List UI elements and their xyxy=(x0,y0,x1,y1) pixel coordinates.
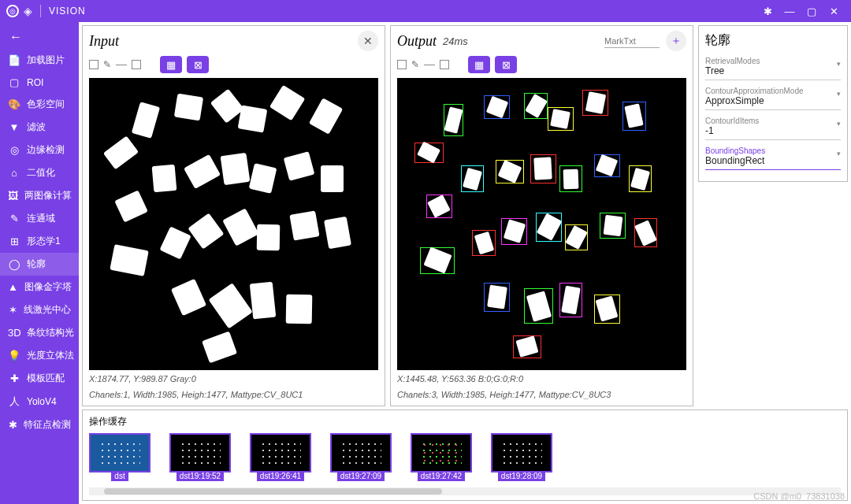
property-value: BoundingRect xyxy=(705,155,841,166)
sidebar-icon: ◎ xyxy=(8,144,20,156)
property-label: ContourIdItems xyxy=(705,117,841,125)
sidebar-item[interactable]: 人YoloV4 xyxy=(0,390,79,413)
sidebar-item[interactable]: 💡光度立体法 xyxy=(0,344,79,367)
sidebar-icon: ▲ xyxy=(8,281,18,293)
sidebar-item[interactable]: 3D条纹结构光 xyxy=(0,321,79,344)
output-viewport[interactable] xyxy=(397,78,686,370)
tool-plus-button[interactable]: ▦ xyxy=(160,56,182,73)
sidebar-label: YoloV4 xyxy=(27,396,57,407)
output-panel: Output 24ms ＋ ✎ ▦ ⊠ X:1445.48, Y:563.36 xyxy=(390,25,693,406)
input-title: Input xyxy=(89,33,119,50)
sidebar-item[interactable]: ✶线激光中心 xyxy=(0,298,79,321)
sidebar-label: 边缘检测 xyxy=(27,143,65,157)
sidebar-item[interactable]: ✱特征点检测 xyxy=(0,413,79,436)
property-dropdown[interactable]: BoundingShapesBoundingRect▾ xyxy=(705,145,841,170)
watermark: CSDN @m0_73831038 xyxy=(753,491,845,501)
sidebar-label: 加载图片 xyxy=(27,54,65,67)
sidebar-icon: ▢ xyxy=(8,76,20,88)
minimize-button[interactable]: — xyxy=(779,0,801,22)
property-dropdown[interactable]: ContourIdItems-1▾ xyxy=(705,115,841,140)
property-label: RetrievalModes xyxy=(705,57,841,65)
cache-thumbnail[interactable]: dst19:27:09 xyxy=(330,433,392,481)
sidebar-label: 滤波 xyxy=(27,120,46,134)
sidebar-icon: 📄 xyxy=(8,54,20,66)
sidebar-icon: ✎ xyxy=(8,213,20,224)
sidebar-item[interactable]: ✚模板匹配 xyxy=(0,367,79,390)
sidebar-item[interactable]: ⊞形态学1 xyxy=(0,230,79,253)
sidebar-label: 特征点检测 xyxy=(24,418,71,432)
tool-delete-button[interactable]: ⊠ xyxy=(187,56,209,73)
cache-thumbnail[interactable]: dst19:26:41 xyxy=(250,433,311,481)
sidebar-item[interactable]: 🎨色彩空间 xyxy=(0,93,79,116)
settings-button[interactable]: ✱ xyxy=(756,0,779,22)
brush-icon: ✎ xyxy=(411,59,419,70)
sidebar-label: 光度立体法 xyxy=(27,349,74,362)
sidebar-label: 形态学1 xyxy=(27,235,61,248)
cache-thumbnail[interactable]: dst19:28:09 xyxy=(491,433,552,481)
property-value: ApproxSimple xyxy=(705,95,841,106)
input-viewport[interactable] xyxy=(89,78,378,370)
cache-title: 操作缓存 xyxy=(89,415,841,428)
chevron-down-icon: ▾ xyxy=(837,120,841,128)
properties-panel: 轮廓 RetrievalModesTree▾ContourApproximati… xyxy=(698,25,848,182)
sidebar-label: 两图像计算 xyxy=(24,189,72,202)
sidebar-item[interactable]: ⌂二值化 xyxy=(0,161,79,184)
checkbox[interactable] xyxy=(397,60,407,69)
sidebar-icon: ✱ xyxy=(8,419,17,431)
sidebar-label: 二值化 xyxy=(27,166,55,180)
app-title: VISION xyxy=(49,6,86,17)
cube-icon: ◈ xyxy=(24,5,32,17)
checkbox[interactable] xyxy=(132,60,141,69)
sidebar-item[interactable]: 🖼两图像计算 xyxy=(0,184,79,207)
marktxt-input[interactable] xyxy=(604,35,660,48)
input-panel: Input ✕ ✎ ▦ ⊠ X:1874.77, Y:989.87 Gray:0… xyxy=(82,25,385,406)
cache-thumbnail[interactable]: dst19:19:52 xyxy=(169,433,231,481)
sidebar-icon: 3D xyxy=(8,327,20,339)
tool-delete-button[interactable]: ⊠ xyxy=(495,56,517,73)
brush-icon: ✎ xyxy=(103,59,111,70)
sidebar-icon: ✶ xyxy=(8,304,17,316)
cache-scrollbar[interactable] xyxy=(89,487,841,495)
cache-thumbnail[interactable]: dst19:27:42 xyxy=(411,433,472,481)
sidebar-label: 线激光中心 xyxy=(24,303,71,317)
back-button[interactable]: ← xyxy=(0,25,79,49)
chevron-down-icon: ▾ xyxy=(837,60,841,68)
properties-title: 轮廓 xyxy=(705,32,841,49)
input-coord-info: X:1874.77, Y:989.87 Gray:0 xyxy=(89,373,378,385)
property-value: -1 xyxy=(705,125,841,136)
tool-plus-button[interactable]: ▦ xyxy=(468,56,490,73)
thumbnail-image xyxy=(491,433,552,472)
property-dropdown[interactable]: ContourApproximationModeApproxSimple▾ xyxy=(705,85,841,110)
sidebar-item[interactable]: ◎边缘检测 xyxy=(0,139,79,161)
sidebar-icon: 🖼 xyxy=(8,190,18,202)
property-dropdown[interactable]: RetrievalModesTree▾ xyxy=(705,55,841,80)
input-toolbar: ✎ ▦ ⊠ xyxy=(89,56,378,73)
chevron-down-icon: ▾ xyxy=(837,150,841,158)
input-close-button[interactable]: ✕ xyxy=(358,31,378,51)
output-timing: 24ms xyxy=(443,35,468,47)
sidebar-item[interactable]: ✎连通域 xyxy=(0,207,79,230)
output-toolbar: ✎ ▦ ⊠ xyxy=(397,56,686,73)
sidebar-label: 条纹结构光 xyxy=(27,326,74,339)
cache-thumbnail[interactable]: dst xyxy=(89,433,151,481)
sidebar-item[interactable]: 📄加载图片 xyxy=(0,49,79,72)
property-value: Tree xyxy=(705,65,841,76)
cache-panel: 操作缓存 dstdst19:19:52dst19:26:41dst19:27:0… xyxy=(82,410,848,501)
close-button[interactable]: ✕ xyxy=(823,0,845,22)
property-label: ContourApproximationMode xyxy=(705,87,841,95)
sidebar-item[interactable]: ◯轮廓 xyxy=(0,253,79,276)
checkbox[interactable] xyxy=(440,60,449,69)
sidebar-label: ROI xyxy=(27,77,43,88)
maximize-button[interactable]: ▢ xyxy=(801,0,823,22)
output-add-button[interactable]: ＋ xyxy=(666,31,686,51)
thumbnail-image xyxy=(169,433,231,472)
sidebar-item[interactable]: ▲图像金字塔 xyxy=(0,276,79,298)
checkbox[interactable] xyxy=(89,60,98,69)
sidebar-item[interactable]: ▢ROI xyxy=(0,72,79,93)
sidebar-label: 图像金字塔 xyxy=(24,280,72,294)
thumbnail-image xyxy=(411,433,472,472)
input-image-info: Chanels:1, Width:1985, Heigh:1477, Matty… xyxy=(89,389,378,401)
sidebar-label: 模板匹配 xyxy=(27,372,65,385)
sidebar-icon: 🎨 xyxy=(8,98,20,110)
sidebar-item[interactable]: ▼滤波 xyxy=(0,116,79,139)
